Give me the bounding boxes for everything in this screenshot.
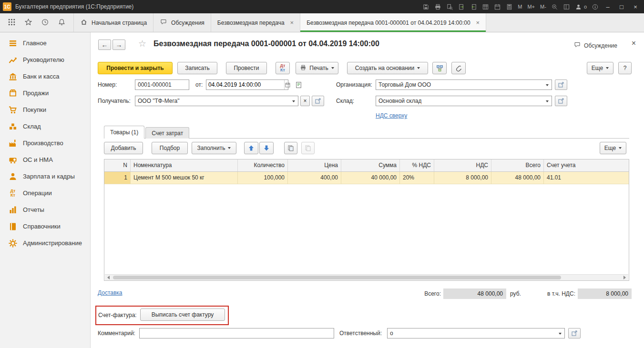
notifications-bell-icon[interactable] [58, 18, 66, 28]
open-file-icon[interactable] [470, 3, 477, 10]
responsible-combo[interactable]: о [387, 328, 565, 338]
help-button[interactable]: ? [618, 62, 632, 74]
attachments-button[interactable] [451, 62, 466, 74]
sidebar-item-warehouse[interactable]: Склад [0, 118, 90, 135]
tab-cost-account[interactable]: Счет затрат [145, 127, 189, 139]
chevron-down-icon[interactable] [559, 333, 562, 335]
write-button[interactable]: Записать [177, 62, 217, 74]
fill-by-template-button[interactable] [293, 80, 304, 90]
calculator-icon[interactable] [505, 3, 513, 10]
open-warehouse-button[interactable] [555, 96, 567, 106]
comment-input[interactable] [139, 328, 334, 338]
tab-home[interactable]: Начальная страница [74, 13, 153, 32]
tab-goods[interactable]: Товары (1) [104, 126, 144, 139]
move-row-down-button[interactable] [259, 142, 274, 154]
pick-button[interactable]: Подбор [152, 142, 188, 154]
open-responsible-button[interactable] [568, 328, 581, 338]
back-button[interactable]: ← [98, 40, 111, 50]
number-input[interactable] [135, 80, 189, 90]
zoom-icon[interactable] [551, 3, 559, 10]
memory-m-minus-button[interactable]: M- [540, 4, 547, 10]
related-documents-button[interactable] [432, 62, 447, 74]
clear-recipient-button[interactable]: × [300, 96, 310, 106]
delivery-link[interactable]: Доставка [98, 289, 123, 296]
current-user[interactable]: о [575, 3, 587, 10]
column-header-n[interactable]: N [104, 159, 131, 171]
apps-grid-icon[interactable] [8, 18, 16, 28]
grid-more-button[interactable]: Еще [600, 142, 626, 154]
post-and-close-button[interactable]: Провести и закрыть [98, 62, 173, 74]
sidebar-item-bank-cash[interactable]: Банк и касса [0, 68, 90, 85]
vat-mode-link[interactable]: НДС сверху [376, 112, 407, 119]
cell-vat[interactable]: 8 000,00 [434, 172, 491, 184]
column-header-vat-percent[interactable]: % НДС [400, 159, 434, 171]
cell-total[interactable]: 48 000,00 [491, 172, 544, 184]
move-row-up-button[interactable] [244, 142, 258, 154]
cell-sum[interactable]: 40 000,00 [341, 172, 400, 184]
info-icon[interactable] [591, 3, 599, 10]
open-recipient-button[interactable] [312, 96, 324, 106]
more-button[interactable]: Еще [587, 62, 613, 74]
close-window-button[interactable]: × [631, 3, 640, 10]
minimize-button[interactable]: – [603, 3, 613, 10]
horizontal-scrollbar[interactable] [105, 274, 628, 280]
scroll-left-icon[interactable] [105, 275, 112, 280]
sidebar-item-production[interactable]: Производство [0, 135, 90, 151]
sidebar-item-operations[interactable]: ДтКт Операции [0, 185, 90, 201]
panels-icon[interactable] [563, 3, 571, 10]
open-organization-button[interactable] [555, 80, 567, 90]
warehouse-combo[interactable]: Основной склад [376, 96, 552, 106]
cell-n[interactable]: 1 [104, 172, 131, 184]
table-row[interactable]: 1 Цемент М 500 мешок 50 кг 100,000 400,0… [104, 172, 629, 184]
favorite-star-icon[interactable]: ☆ [138, 38, 146, 49]
sidebar-item-fixed-assets[interactable]: ОС и НМА [0, 151, 90, 168]
calendar-icon[interactable] [284, 80, 291, 89]
tab-close-icon[interactable]: × [290, 19, 294, 26]
maximize-button[interactable]: □ [617, 3, 626, 10]
save-icon[interactable] [422, 3, 429, 10]
sidebar-item-main[interactable]: Главное [0, 35, 90, 51]
scrollbar-thumb[interactable] [113, 276, 561, 279]
column-header-vat[interactable]: НДС [434, 159, 491, 171]
sidebar-item-purchases[interactable]: Покупки [0, 101, 90, 118]
chevron-down-icon[interactable] [292, 100, 295, 102]
copy-row-button[interactable] [284, 142, 297, 154]
create-on-base-button[interactable]: Создать на основании [347, 62, 428, 74]
tab-close-icon[interactable]: × [476, 19, 480, 26]
print-preview-icon[interactable] [446, 3, 453, 10]
print-icon[interactable] [434, 3, 441, 10]
column-header-account[interactable]: Счет учета [544, 159, 629, 171]
cell-quantity[interactable]: 100,000 [238, 172, 288, 184]
history-icon[interactable] [41, 18, 49, 28]
tab-document-list[interactable]: Безвозмездная передача × [211, 13, 300, 32]
organization-combo[interactable]: Торговый Дом ООО [376, 80, 552, 90]
cell-vat-percent[interactable]: 20% [400, 172, 434, 184]
memory-m-plus-button[interactable]: M+ [527, 4, 535, 10]
cell-account[interactable]: 41.01 [544, 172, 629, 184]
print-button[interactable]: Печать [296, 62, 338, 74]
tab-discussions[interactable]: Обсуждения [153, 13, 211, 32]
sidebar-item-reports[interactable]: Отчеты [0, 201, 90, 218]
add-row-button[interactable]: Добавить [104, 142, 143, 154]
sidebar-item-sales[interactable]: Продажи [0, 85, 90, 101]
save-file-icon[interactable] [458, 3, 465, 10]
dt-kt-button[interactable]: ДтКт [276, 62, 290, 74]
recipient-combo[interactable]: ООО "ТФ-Мега" [135, 96, 298, 106]
sidebar-item-directories[interactable]: Справочники [0, 218, 90, 235]
calendar-icon[interactable] [493, 3, 501, 10]
sidebar-item-administration[interactable]: Администрирование [0, 235, 90, 251]
favorites-star-icon[interactable] [24, 18, 32, 28]
tab-document-active[interactable]: Безвозмездная передача 0001-000001 от 04… [300, 13, 486, 32]
chevron-down-icon[interactable] [546, 100, 549, 102]
memory-m-button[interactable]: M [517, 4, 522, 10]
discussion-link[interactable]: Обсуждение [573, 41, 617, 50]
issue-invoice-button[interactable]: Выписать счет фактуру [140, 308, 225, 321]
forward-button[interactable]: → [112, 40, 125, 50]
column-header-total[interactable]: Всего [491, 159, 544, 171]
sidebar-item-manager[interactable]: Руководителю [0, 51, 90, 68]
post-button[interactable]: Провести [226, 62, 267, 74]
scrollbar-track[interactable] [112, 275, 621, 280]
column-header-nomenclature[interactable]: Номенклатура [131, 159, 238, 171]
paste-row-button[interactable] [301, 142, 315, 154]
column-header-quantity[interactable]: Количество [238, 159, 288, 171]
